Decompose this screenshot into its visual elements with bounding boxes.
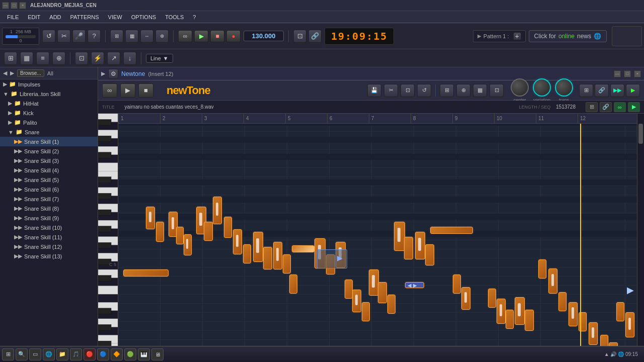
info-btn-1[interactable]: ⊞ (586, 102, 598, 112)
note-41[interactable] (569, 302, 578, 326)
note-grid[interactable]: 1 2 3 4 5 6 7 8 9 (118, 114, 637, 355)
note-23[interactable] (362, 302, 370, 321)
nt-action-4[interactable]: ▶ (626, 84, 640, 97)
v-scrollbar[interactable] (637, 114, 644, 355)
note-27[interactable] (394, 222, 405, 251)
nt-stop-btn[interactable]: ■ (138, 83, 153, 98)
note-30[interactable] (425, 244, 434, 265)
note-11[interactable] (233, 229, 242, 254)
note-13[interactable] (253, 232, 263, 262)
note-5[interactable] (176, 227, 184, 244)
volume-knob[interactable] (612, 26, 642, 46)
info-btn-2[interactable]: 🔗 (600, 102, 612, 112)
nt-tool1[interactable]: ⊞ (440, 84, 454, 97)
note-9[interactable] (213, 197, 222, 224)
mode-icon-1[interactable]: ⊞ (110, 30, 123, 43)
app-btn3[interactable]: 🔶 (111, 348, 123, 360)
nt-refresh-btn[interactable]: ↺ (417, 84, 431, 97)
info-btn-4[interactable]: ▶ (628, 102, 640, 112)
note-37[interactable] (525, 310, 534, 331)
note-26[interactable] (387, 295, 395, 314)
tb-icon-3[interactable]: ≡ (36, 52, 49, 65)
tb-icon-2[interactable]: ▦ (20, 52, 33, 65)
tree-item-snare6[interactable]: ▶▶ Snare Skill (6) (0, 185, 98, 194)
minimize-btn[interactable]: — (2, 2, 9, 9)
note-wide-1[interactable] (292, 245, 314, 252)
app-btn5[interactable]: 🎹 (138, 348, 150, 360)
nt-tool3[interactable]: ▦ (473, 84, 487, 97)
browser-btn[interactable]: 🌐 (43, 348, 55, 360)
stop-btn[interactable]: ■ (210, 30, 224, 42)
record-btn[interactable]: ● (226, 30, 240, 42)
menu-tools[interactable]: TOOLS (161, 13, 188, 21)
tree-item-snare5[interactable]: ▶▶ Snare Skill (5) (0, 175, 98, 185)
note-14[interactable] (263, 247, 272, 269)
nt-minimize[interactable]: — (614, 70, 621, 77)
tb-icon-5[interactable]: ⊡ (75, 52, 88, 65)
title-bar-controls[interactable]: — □ × (2, 2, 26, 9)
tb-icon-7[interactable]: ↗ (107, 52, 120, 65)
mode-icon-2[interactable]: ▦ (125, 30, 138, 43)
cut-btn[interactable]: ✂ (57, 30, 70, 43)
nt-tool4[interactable]: ⊡ (490, 84, 504, 97)
tree-item-snare7[interactable]: ▶▶ Snare Skill (7) (0, 194, 98, 204)
tree-item-snare4[interactable]: ▶▶ Snare Skill (4) (0, 165, 98, 175)
tree-item-snare8[interactable]: ▶▶ Snare Skill (8) (0, 204, 98, 213)
note-36[interactable] (515, 297, 525, 325)
note-1[interactable] (123, 269, 169, 277)
note-34[interactable] (497, 299, 506, 324)
menu-edit[interactable]: EDIT (24, 13, 44, 21)
note-38[interactable] (538, 259, 546, 279)
note-wide-3[interactable] (430, 227, 473, 234)
media-btn1[interactable]: 🎵 (70, 348, 82, 360)
maximize-btn[interactable]: □ (11, 2, 18, 9)
tb-icon-1[interactable]: ⊞ (4, 52, 17, 65)
tree-item-hithat[interactable]: ▶ 📁 HitHat (0, 99, 98, 108)
bpm-display[interactable]: 130.000 (244, 31, 284, 41)
tb-icon-8[interactable]: ↓ (123, 52, 136, 65)
sidebar-right-arrow[interactable]: ▶ (10, 70, 14, 76)
nt-close[interactable]: × (634, 70, 641, 77)
nt-play-btn[interactable]: ▶ (120, 83, 135, 98)
nt-settings-icon[interactable]: ⚙ (108, 69, 118, 79)
link-btn[interactable]: 🔗 (308, 30, 321, 43)
note-33[interactable] (488, 289, 496, 308)
tb-icon-4[interactable]: ⊕ (52, 52, 65, 65)
tree-item-impulses[interactable]: ▶ 📁 Impulses (0, 79, 98, 89)
playback-region[interactable]: ▶ (317, 249, 347, 268)
trans-knob[interactable] (555, 78, 573, 97)
line-mode-selector[interactable]: Line ▼ (146, 54, 173, 63)
close-btn[interactable]: × (19, 2, 26, 9)
mode-icon-4[interactable]: ⊕ (155, 30, 169, 43)
tb-icon-6[interactable]: ⚡ (91, 52, 104, 65)
sidebar-arrows[interactable]: ◀ (3, 70, 7, 76)
note-47[interactable] (625, 312, 634, 337)
right-play-icon[interactable]: ▶ (627, 285, 634, 296)
tree-item-kick[interactable]: ▶ 📁 Kick (0, 108, 98, 118)
tree-item-snare12[interactable]: ▶▶ Snare Skill (12) (0, 242, 98, 251)
variation-knob[interactable] (533, 78, 551, 97)
menu-options[interactable]: OPTIONS (127, 13, 160, 21)
app-btn4[interactable]: 🟢 (124, 348, 136, 360)
note-6[interactable] (184, 234, 192, 255)
tree-item-libreria[interactable]: ▼ 📁 Libreria..ton Skill (0, 89, 98, 99)
note-24[interactable] (369, 269, 379, 296)
nt-action-1[interactable]: ⊞ (579, 84, 593, 97)
search-btn[interactable]: 🔍 (16, 348, 28, 360)
play-btn[interactable]: ▶ (194, 30, 208, 42)
nt-tool2[interactable]: ⊕ (456, 84, 470, 97)
nt-expand-arrow[interactable]: ▶ (101, 70, 105, 77)
note-35[interactable] (506, 310, 514, 329)
nt-action-3[interactable]: ▶▶ (610, 84, 624, 97)
note-29[interactable] (415, 232, 425, 259)
note-15[interactable] (273, 242, 282, 269)
note-43[interactable] (589, 322, 598, 345)
nt-loop-btn[interactable]: ∞ (102, 83, 117, 98)
add-pattern-btn[interactable]: + (513, 32, 521, 40)
menu-add[interactable]: ADD (45, 13, 65, 21)
note-39[interactable] (548, 268, 557, 294)
note-17[interactable] (289, 275, 297, 294)
tree-item-palito[interactable]: ▶ 📁 Palito (0, 118, 98, 127)
nt-maximize[interactable]: □ (624, 70, 631, 77)
tree-item-snare1[interactable]: ▶▶ Snare Skill (1) (0, 137, 98, 146)
